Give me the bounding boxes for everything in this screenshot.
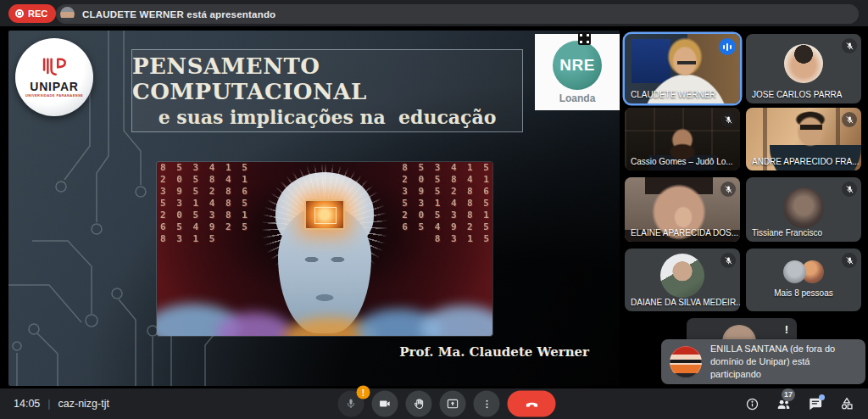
slide-title-box: PENSAMENTO COMPUTACIONAL e suas implicaç…: [131, 49, 523, 132]
activities-panel-button[interactable]: [839, 396, 854, 411]
presenter-avatar: [60, 7, 75, 21]
unipar-name: UNIPAR: [30, 80, 78, 93]
unipar-logo: UNIPAR UNIVERSIDADE PARANAENSE: [15, 38, 93, 116]
slide-title-line1: PENSAMENTO COMPUTACIONAL: [132, 53, 522, 104]
top-bar: REC CLAUDETE WERNER está apresentando: [0, 0, 868, 26]
unipar-monogram-icon: [40, 57, 69, 79]
chat-panel-button[interactable]: [808, 396, 823, 411]
slide-title-line2: e suas implicações na educação: [159, 106, 497, 128]
activities-icon: [839, 396, 854, 411]
microphone-button[interactable]: !: [338, 391, 364, 417]
rec-label: REC: [28, 8, 47, 19]
microphone-icon: [345, 398, 358, 411]
meeting-details-button[interactable]: [745, 397, 760, 411]
mic-off-icon: [721, 253, 736, 268]
participant-tile-elaine-aparecida[interactable]: ELAINE APARECIDA DOS...: [625, 177, 740, 242]
participant-name: JOSE CARLOS PARRA: [752, 90, 843, 99]
exclamation-icon: !: [785, 323, 788, 336]
fullscreen-corners-icon: [578, 32, 591, 45]
join-notification-toast: ENILLA SANTANA (de fora do domínio de Un…: [661, 339, 865, 384]
participant-tile-andre-aparecido[interactable]: ANDRE APARECIDO FRA...: [746, 108, 861, 170]
participants-panel-button[interactable]: 17: [776, 396, 792, 412]
meet-window: REC CLAUDETE WERNER está apresentando: [0, 0, 868, 419]
participant-avatar: [784, 44, 823, 83]
shared-presentation[interactable]: UNIPAR UNIVERSIDADE PARANAENSE PENSAMENT…: [8, 31, 620, 386]
bottom-control-bar: 14:05 | caz-nizg-tjt !: [0, 388, 868, 419]
presenter-text: CLAUDETE WERNER está apresentando: [82, 9, 275, 20]
mic-off-icon: [842, 38, 857, 53]
participant-avatar: [783, 260, 806, 283]
mic-off-icon: [842, 182, 857, 197]
present-screen-icon: [447, 398, 459, 411]
chat-notification-dot: [819, 394, 825, 400]
glowing-chip-icon: [304, 199, 345, 230]
participant-avatar: [660, 254, 704, 298]
meeting-info: 14:05 | caz-nizg-tjt: [14, 388, 109, 419]
participant-tile-cassio-gomes[interactable]: Cassio Gomes – Judô Lo...: [625, 108, 740, 170]
nre-logo-card: NRE Loanda: [535, 34, 620, 110]
more-options-icon: [481, 398, 492, 410]
recording-badge: REC: [8, 4, 56, 23]
slide-author: Prof. Ma. Claudete Werner: [399, 344, 589, 360]
mic-off-icon: [842, 112, 857, 127]
presenter-banner: CLAUDETE WERNER está apresentando: [56, 4, 859, 24]
clock-time: 14:05: [14, 398, 40, 410]
speaking-indicator-icon: [719, 38, 736, 55]
info-icon: [745, 397, 760, 411]
participant-tile-jose-carlos-parra[interactable]: JOSE CARLOS PARRA: [746, 34, 861, 103]
divider: |: [47, 398, 50, 410]
call-controls: !: [338, 391, 556, 417]
raise-hand-button[interactable]: [406, 391, 432, 417]
unipar-subtitle: UNIVERSIDADE PARANAENSE: [25, 93, 83, 98]
record-icon: [15, 9, 24, 18]
main-stage: UNIPAR UNIVERSIDADE PARANAENSE PENSAMENT…: [0, 26, 868, 388]
toast-message: ENILLA SANTANA (de fora do domínio de Un…: [710, 343, 859, 381]
participant-tile-daiane-da-silva[interactable]: DAIANE DA SILVA MEDEIR...: [625, 249, 740, 311]
mic-off-icon: [721, 112, 736, 127]
participant-tile-tissiane-francisco[interactable]: Tissiane Francisco: [746, 177, 861, 242]
participant-name: CLAUDETE WERNER: [631, 90, 716, 99]
nre-circle-icon: NRE: [553, 41, 602, 90]
mic-warning-badge: !: [357, 386, 370, 399]
nre-acronym: NRE: [559, 56, 595, 75]
toast-avatar: [670, 346, 702, 378]
participant-tile-claudete-werner[interactable]: CLAUDETE WERNER: [625, 34, 740, 103]
end-call-button[interactable]: [508, 391, 556, 417]
nre-region: Loanda: [559, 92, 596, 104]
participant-name: Cassio Gomes – Judô Lo...: [631, 157, 733, 166]
raised-hand-icon: [412, 397, 426, 411]
end-call-icon: [524, 396, 539, 411]
participant-name: Tissiane Francisco: [752, 228, 822, 237]
participants-count-badge: 17: [782, 388, 795, 401]
participant-name: ELAINE APARECIDA DOS...: [631, 228, 738, 237]
overflow-participants-tile[interactable]: Mais 8 pessoas: [746, 249, 861, 311]
meeting-code: caz-nizg-tjt: [58, 398, 109, 410]
brain-illustration: 8 5 3 4 1 5 2 0 5 8 4 1 3 9 5 2 8 6 5 3 …: [157, 162, 492, 336]
camera-icon: [379, 398, 392, 411]
participant-name: ANDRE APARECIDO FRA...: [752, 157, 860, 166]
present-screen-button[interactable]: [440, 391, 466, 417]
more-options-button[interactable]: [474, 391, 500, 417]
participant-name: DAIANE DA SILVA MEDEIR...: [631, 298, 740, 307]
participant-avatar: [783, 187, 824, 228]
mic-off-icon: [842, 253, 857, 268]
meeting-panels: 17: [745, 388, 854, 419]
overflow-count-label: Mais 8 pessoas: [746, 288, 861, 298]
mic-off-icon: [721, 182, 736, 197]
camera-button[interactable]: [372, 391, 398, 417]
